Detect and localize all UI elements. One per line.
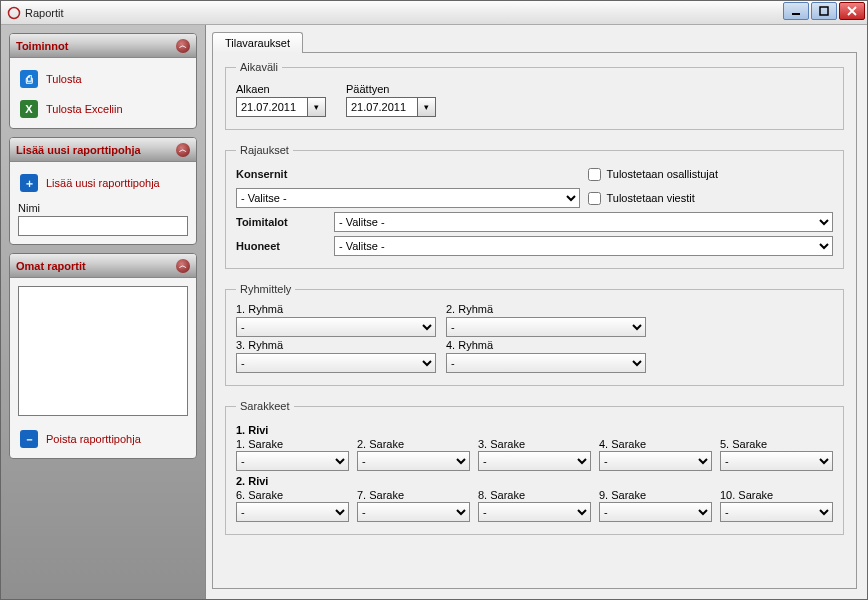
ryhma4-select[interactable]: - [446,353,646,373]
print-icon: ⎙ [20,70,38,88]
sarake10-label: 10. Sarake [720,489,833,501]
legend-ryhmittely: Ryhmittely [236,283,295,295]
window-title: Raportit [25,7,64,19]
legend-sarakkeet: Sarakkeet [236,400,294,412]
minus-icon: － [20,430,38,448]
sarake1-select[interactable]: - [236,451,349,471]
paattyy-input[interactable] [346,97,418,117]
collapse-icon[interactable]: ︿ [176,143,190,157]
link-label: Poista raporttipohja [46,433,141,445]
konsernit-select[interactable]: - Valitse - [236,188,580,208]
sarake8-select[interactable]: - [478,502,591,522]
sarake1-label: 1. Sarake [236,438,349,450]
sarake9-label: 9. Sarake [599,489,712,501]
legend-aikavali: Aikaväli [236,61,282,73]
svg-point-0 [9,7,20,18]
link-label: Lisää uusi raporttipohja [46,177,160,189]
link-label: Tulosta [46,73,82,85]
sarake5-select[interactable]: - [720,451,833,471]
alkaen-calendar-button[interactable]: ▾ [308,97,326,117]
legend-rajaukset: Rajaukset [236,144,293,156]
sarake4-label: 4. Sarake [599,438,712,450]
panel-title: Omat raportit [16,260,86,272]
chk-osallistujat-input[interactable] [588,168,601,181]
fieldset-rajaukset: Rajaukset Konsernit Tulostetaan osallist… [225,144,844,269]
minimize-button[interactable] [783,2,809,20]
fieldset-sarakkeet: Sarakkeet 1. Rivi 1. Sarake- 2. Sarake- … [225,400,844,535]
sarake6-select[interactable]: - [236,502,349,522]
sarake2-select[interactable]: - [357,451,470,471]
sidebar: Toiminnot ︿ ⎙ Tulosta X Tulosta Exceliin… [1,25,206,599]
plus-icon: ＋ [20,174,38,192]
content-area: Tilavaraukset Aikaväli Alkaen ▾ Päättye [206,25,867,599]
ryhma3-select[interactable]: - [236,353,436,373]
panel-header-toiminnot[interactable]: Toiminnot ︿ [10,34,196,58]
huoneet-label: Huoneet [236,240,326,252]
ryhma3-label: 3. Ryhmä [236,339,436,351]
sarake8-label: 8. Sarake [478,489,591,501]
sarake2-label: 2. Sarake [357,438,470,450]
sarake10-select[interactable]: - [720,502,833,522]
omat-raportit-list[interactable] [18,286,188,416]
sarake7-select[interactable]: - [357,502,470,522]
sarake9-select[interactable]: - [599,502,712,522]
tabpage-tilavaraukset: Aikaväli Alkaen ▾ Päättyen ▾ [212,52,857,589]
panel-lisaa-raporttipohja: Lisää uusi raporttipohja ︿ ＋ Lisää uusi … [9,137,197,245]
tab-tilavaraukset[interactable]: Tilavaraukset [212,32,303,53]
toimitalot-label: Toimitalot [236,216,326,228]
panel-omat-raportit: Omat raportit ︿ － Poista raporttipohja [9,253,197,459]
ryhma4-label: 4. Ryhmä [446,339,646,351]
collapse-icon[interactable]: ︿ [176,259,190,273]
rivi1-header: 1. Rivi [236,424,833,436]
ryhma2-select[interactable]: - [446,317,646,337]
panel-header-omat[interactable]: Omat raportit ︿ [10,254,196,278]
chk-viestit[interactable]: Tulostetaan viestit [588,188,834,208]
rivi2-header: 2. Rivi [236,475,833,487]
link-tulosta[interactable]: ⎙ Tulosta [18,66,188,96]
chevron-down-icon: ▾ [314,102,319,112]
tab-label: Tilavaraukset [225,37,290,49]
window-controls [783,2,865,20]
paattyy-label: Päättyen [346,83,436,95]
alkaen-input[interactable] [236,97,308,117]
fieldset-ryhmittely: Ryhmittely 1. Ryhmä 2. Ryhmä - - 3. Ryhm… [225,283,844,386]
toimitalot-select[interactable]: - Valitse - [334,212,833,232]
chevron-down-icon: ▾ [424,102,429,112]
paattyy-calendar-button[interactable]: ▾ [418,97,436,117]
fieldset-aikavali: Aikaväli Alkaen ▾ Päättyen ▾ [225,61,844,130]
chk-osallistujat[interactable]: Tulostetaan osallistujat [588,164,834,184]
nimi-label: Nimi [18,202,188,214]
chk-viestit-label: Tulostetaan viestit [607,192,695,204]
link-poista-raporttipohja[interactable]: － Poista raporttipohja [18,426,188,450]
sarake4-select[interactable]: - [599,451,712,471]
panel-title: Lisää uusi raporttipohja [16,144,141,156]
alkaen-label: Alkaen [236,83,326,95]
link-lisaa-raporttipohja[interactable]: ＋ Lisää uusi raporttipohja [18,170,188,200]
chk-osallistujat-label: Tulostetaan osallistujat [607,168,719,180]
ryhma1-label: 1. Ryhmä [236,303,436,315]
ryhma1-select[interactable]: - [236,317,436,337]
panel-toiminnot: Toiminnot ︿ ⎙ Tulosta X Tulosta Exceliin [9,33,197,129]
sarake3-select[interactable]: - [478,451,591,471]
sarake5-label: 5. Sarake [720,438,833,450]
svg-rect-1 [792,13,800,15]
sarake6-label: 6. Sarake [236,489,349,501]
panel-title: Toiminnot [16,40,68,52]
excel-icon: X [20,100,38,118]
chk-viestit-input[interactable] [588,192,601,205]
titlebar: Raportit [1,1,867,25]
collapse-icon[interactable]: ︿ [176,39,190,53]
close-button[interactable] [839,2,865,20]
konsernit-label: Konsernit [236,168,326,180]
link-tulosta-excel[interactable]: X Tulosta Exceliin [18,96,188,120]
sarake7-label: 7. Sarake [357,489,470,501]
sarake3-label: 3. Sarake [478,438,591,450]
maximize-button[interactable] [811,2,837,20]
app-icon [7,6,21,20]
tabstrip: Tilavaraukset [212,31,857,52]
ryhma2-label: 2. Ryhmä [446,303,646,315]
panel-header-lisaa[interactable]: Lisää uusi raporttipohja ︿ [10,138,196,162]
link-label: Tulosta Exceliin [46,103,123,115]
nimi-input[interactable] [18,216,188,236]
huoneet-select[interactable]: - Valitse - [334,236,833,256]
